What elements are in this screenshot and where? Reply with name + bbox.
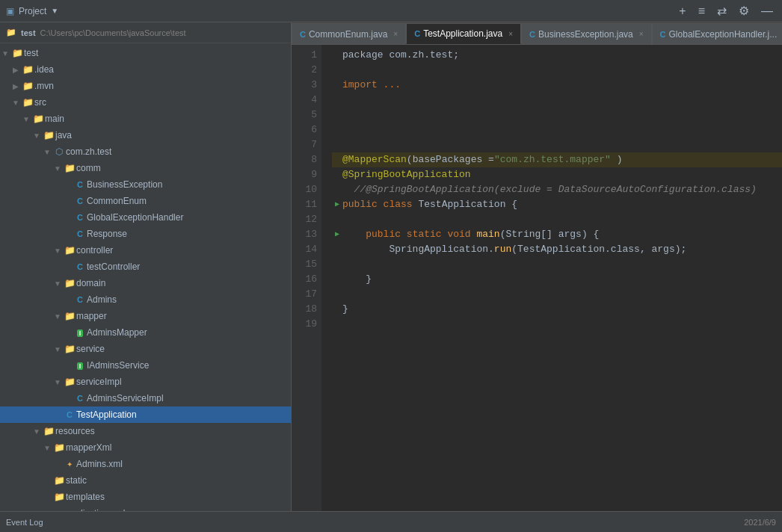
tree-arrow[interactable]: ▼ (52, 247, 63, 255)
code-line-10: //@SpringBootApplication(exclude = DataS… (332, 182, 782, 197)
tree-label: .idea (34, 64, 288, 75)
tree-label: Admins.xml (76, 459, 288, 469)
tab-close-btn[interactable]: × (393, 30, 398, 38)
line-number: 12 (292, 212, 317, 227)
tree-item-Admins.xml[interactable]: ✦Admins.xml (0, 456, 291, 472)
tree-item-domain[interactable]: ▼📁domain (0, 275, 291, 291)
code-text: @SpringBootApplication (332, 167, 471, 182)
tree-item-controller[interactable]: ▼📁controller (0, 242, 291, 259)
tab-icon: C (300, 30, 306, 39)
tree-item-Admins[interactable]: CAdmins (0, 291, 291, 308)
line-number: 4 (292, 93, 317, 108)
tree-item-application.yml[interactable]: ▣application.yml (0, 505, 291, 511)
line-number: 7 (292, 137, 317, 152)
code-line-16: } (332, 272, 782, 287)
tree-item-CommonEnum[interactable]: CCommonEnum (0, 193, 291, 209)
tree-arrow[interactable]: ▼ (10, 99, 21, 107)
tree-item-test[interactable]: ▼📁test (0, 45, 291, 61)
code-text: } (332, 272, 372, 287)
code-editor[interactable]: 12345678910111213141516171819 package co… (292, 45, 782, 511)
tree-icon-java-i: I (73, 327, 87, 338)
tab-close-btn[interactable]: × (639, 30, 644, 38)
tree-label: java (55, 130, 288, 140)
tab-0[interactable]: CCommonEnum.java× (292, 23, 406, 44)
project-dropdown-icon[interactable]: ▼ (51, 7, 58, 15)
tree-item-java[interactable]: ▼📁java (0, 127, 291, 143)
event-log-label[interactable]: Event Log (6, 518, 43, 527)
tree-item-TestApplication[interactable]: CTestApplication (0, 406, 291, 423)
expand-btn[interactable]: ⇄ (714, 2, 730, 19)
tree-arrow[interactable]: ▼ (52, 345, 63, 353)
tree-item-mvn[interactable]: ▶📁.mvn (0, 78, 291, 94)
tree-item-AdminsMapper[interactable]: IAdminsMapper (0, 324, 291, 341)
tab-2[interactable]: CBusinessException.java× (521, 23, 652, 44)
code-line-3: import ... (332, 78, 782, 93)
tree-label: main (45, 114, 288, 124)
tree-item-mapper[interactable]: ▼📁mapper (0, 308, 291, 324)
tree-item-com.zh.test[interactable]: ▼⬡com.zh.test (0, 143, 291, 160)
structure-btn[interactable]: ≡ (695, 2, 708, 19)
tree-label: templates (66, 492, 288, 502)
tree-arrow[interactable]: ▼ (42, 444, 52, 452)
code-text: @MapperScan(basePackages ="com.zh.test.m… (332, 152, 623, 167)
tree-label: BusinessException (87, 179, 288, 190)
tree-arrow[interactable]: ▼ (42, 148, 52, 156)
code-line-14: SpringApplication.run(TestApplication.cl… (332, 242, 782, 257)
tree-icon-java-c: C (73, 393, 87, 403)
tree-icon-folder: 📁 (63, 377, 76, 387)
tree-item-src[interactable]: ▼📁src (0, 94, 291, 111)
code-line-11: ▶public class TestApplication { (332, 197, 782, 212)
settings-btn[interactable]: ⚙ (736, 2, 752, 19)
code-content[interactable]: package com.zh.test;import ...@MapperSca… (321, 45, 782, 511)
project-icon: ▣ (6, 6, 14, 16)
tab-1[interactable]: CTestApplication.java× (406, 23, 521, 44)
tree-item-service[interactable]: ▼📁service (0, 341, 291, 357)
tree-item-static[interactable]: 📁static (0, 472, 291, 489)
line-number: 19 (292, 317, 317, 332)
code-text: import ... (332, 78, 401, 93)
tree-arrow[interactable]: ▶ (10, 66, 21, 74)
tree-item-IAdminsService[interactable]: IIAdminsService (0, 357, 291, 374)
tree-item-resources[interactable]: ▼📁resources (0, 423, 291, 439)
tab-icon: C (414, 29, 420, 38)
tree-arrow[interactable]: ▼ (52, 279, 63, 288)
tab-label: TestApplication.java (423, 28, 502, 39)
tree-arrow[interactable]: ▼ (31, 132, 42, 140)
sidebar-tree: ▼📁test▶📁.idea▶📁.mvn▼📁src▼📁main▼📁java▼⬡co… (0, 43, 291, 511)
tree-arrow[interactable]: ▼ (52, 378, 63, 386)
tree-item-GlobalExceptionHandler[interactable]: CGlobalExceptionHandler (0, 209, 291, 226)
code-text: } (332, 302, 348, 317)
tree-arrow[interactable]: ▼ (31, 427, 42, 436)
tab-3[interactable]: CGlobalExceptionHandler.j...× (652, 23, 782, 44)
tree-label: .mvn (34, 81, 288, 91)
tree-item-serviceImpl[interactable]: ▼📁serviceImpl (0, 374, 291, 390)
run-marker[interactable]: ▶ (332, 227, 342, 242)
tree-arrow[interactable]: ▶ (10, 82, 21, 90)
line-numbers: 12345678910111213141516171819 (292, 45, 321, 511)
tree-item-templates[interactable]: 📁templates (0, 489, 291, 505)
tree-item-testController[interactable]: CtestController (0, 259, 291, 275)
run-marker[interactable]: ▶ (332, 197, 342, 212)
tree-arrow[interactable]: ▼ (0, 49, 10, 58)
tree-item-BusinessException[interactable]: CBusinessException (0, 176, 291, 193)
tree-label: mapper (76, 311, 288, 321)
tabs-bar: CCommonEnum.java×CTestApplication.java×C… (292, 22, 782, 45)
tab-close-btn[interactable]: × (508, 30, 513, 38)
tree-item-main[interactable]: ▼📁main (0, 111, 291, 127)
tree-arrow[interactable]: ▼ (52, 312, 63, 321)
tree-icon-folder: 📁 (52, 442, 66, 453)
main-container: 📁 test C:\Users\pc\Documents\javaSource\… (0, 22, 782, 511)
tree-arrow[interactable]: ▼ (52, 164, 63, 173)
tree-icon-folder: 📁 (63, 344, 76, 354)
tree-item-Response[interactable]: CResponse (0, 226, 291, 242)
code-text: SpringApplication.run(TestApplication.cl… (332, 242, 686, 257)
tree-item-AdminsServiceImpl[interactable]: CAdminsServiceImpl (0, 390, 291, 406)
tree-item-mapperXml[interactable]: ▼📁mapperXml (0, 439, 291, 456)
tree-icon-package: ⬡ (52, 146, 66, 157)
add-file-btn[interactable]: + (676, 2, 689, 19)
tree-item-comm[interactable]: ▼📁comm (0, 160, 291, 176)
code-text: //@SpringBootApplication(exclude = DataS… (332, 182, 757, 197)
minimize-btn[interactable]: — (758, 2, 776, 19)
tree-item-idea[interactable]: ▶📁.idea (0, 61, 291, 78)
tree-arrow[interactable]: ▼ (21, 115, 31, 123)
